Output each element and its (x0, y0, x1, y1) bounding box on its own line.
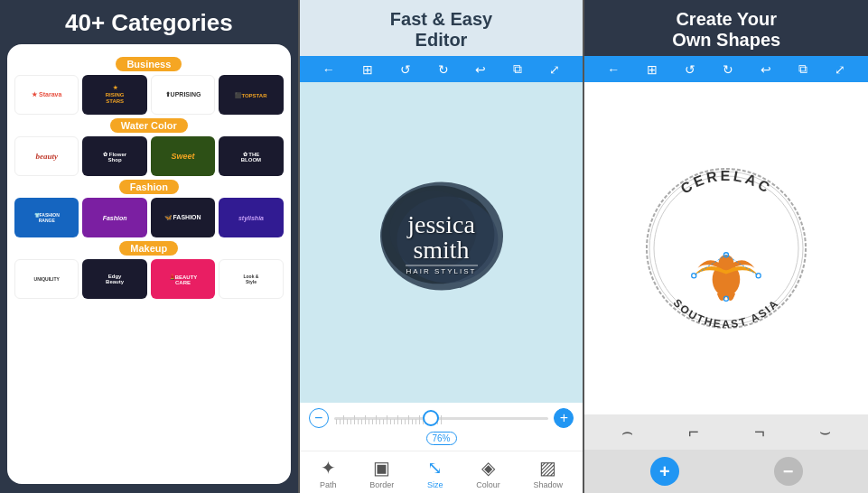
logo-fashion3[interactable]: 🦋FASHION (151, 198, 215, 237)
shapes-bottom: + − (584, 450, 868, 493)
tick (397, 415, 398, 424)
category-business[interactable]: Business (116, 57, 182, 71)
canvas-subtitle: HAIR STYLIST (406, 267, 478, 275)
add-shape-button[interactable]: + (650, 457, 679, 486)
left-title: 40+ Categories (65, 9, 233, 37)
logo-uprising[interactable]: ⬆UPRISING (151, 75, 215, 115)
tick (387, 415, 387, 424)
logo-starava[interactable]: ★ Starava (14, 75, 79, 115)
arc-tool-3[interactable]: ⌐ (754, 422, 765, 442)
right-layers-icon[interactable]: ⊞ (647, 62, 658, 77)
left-panel: 40+ Categories Business ★ Starava ★RISIN… (0, 0, 298, 493)
arc-tool-4[interactable]: ⌣ (819, 422, 831, 442)
logo-sweet[interactable]: Sweet (151, 136, 215, 176)
right-export-icon[interactable]: ⤢ (835, 62, 845, 77)
category-watercolor[interactable]: Water Color (110, 118, 188, 133)
svg-point-5 (649, 172, 803, 325)
watercolor-grid: beauty ✿ FlowerShop Sweet ✿ THEBLOOM (14, 136, 284, 176)
tick (343, 415, 344, 424)
logo-fashionrange[interactable]: 👕FASHIONRANGE (14, 198, 79, 237)
arc-tool-1[interactable]: ⌢ (621, 422, 633, 442)
colour-label: Colour (476, 480, 500, 489)
tick (365, 415, 366, 424)
tool-shadow[interactable]: ▨ Shadow (533, 457, 563, 489)
fashion-grid: 👕FASHIONRANGE Fashion 🦋FASHION stylishia (14, 198, 284, 237)
makeup-grid: UNIQUILITY EdgyBeauty 💄BEAUTYCARE Look &… (14, 259, 284, 299)
tick (383, 419, 384, 424)
right-back-icon[interactable]: ← (607, 62, 620, 77)
category-fashion[interactable]: Fashion (119, 180, 179, 194)
zoom-row: − (309, 408, 574, 428)
logo-uniquility[interactable]: UNIQUILITY (14, 259, 79, 299)
right-panel: Create YourOwn Shapes ← ⊞ ↺ ↻ ↩ ⧉ ⤢ CERE… (584, 0, 868, 493)
logo-stylishia[interactable]: stylishia (219, 198, 283, 237)
shadow-icon: ▨ (539, 457, 556, 479)
tool-path[interactable]: ✦ Path (320, 457, 337, 489)
zoom-track[interactable] (334, 417, 549, 420)
zoom-in-button[interactable]: + (554, 408, 574, 428)
canvas-text: jessica smith HAIR STYLIST (406, 212, 478, 275)
arc-tool-2[interactable]: ⌐ (688, 422, 699, 442)
logo-rising-stars[interactable]: ★RISINGSTARS (82, 75, 146, 115)
colour-icon: ◈ (481, 457, 495, 479)
remove-shape-button[interactable]: − (774, 457, 803, 486)
back-icon[interactable]: ← (322, 62, 335, 77)
border-icon: ▣ (373, 457, 390, 479)
name-line2: smith (406, 237, 478, 263)
tick (372, 419, 373, 424)
logo-beauty[interactable]: beauty (14, 136, 79, 176)
redo-icon[interactable]: ↩ (475, 62, 486, 77)
tick (336, 419, 337, 424)
tool-colour[interactable]: ◈ Colour (476, 457, 500, 489)
tool-size[interactable]: ⤡ Size (427, 457, 443, 489)
tick (441, 415, 442, 424)
tick (350, 419, 351, 424)
layers-icon[interactable]: ⊞ (362, 62, 373, 77)
tick (415, 419, 416, 424)
logo-flower-shop[interactable]: ✿ FlowerShop (82, 136, 146, 176)
zoom-thumb[interactable] (423, 410, 439, 426)
border-label: Border (369, 480, 394, 489)
tick (379, 419, 380, 424)
name-line1: jessica (406, 212, 478, 237)
logo-topstar[interactable]: ⬛TOPSTAR (219, 75, 283, 115)
zoom-out-button[interactable]: − (309, 408, 329, 428)
tick (376, 415, 377, 424)
tick (340, 419, 341, 424)
cerelac-logo-svg: CERELAC (636, 158, 817, 339)
right-redo-icon[interactable]: ↩ (761, 62, 771, 77)
phone-mockup: Business ★ Starava ★RISINGSTARS ⬆UPRISIN… (7, 44, 291, 484)
tick (405, 419, 406, 424)
shapes-toolbar: ⌢ ⌐ ⌐ ⌣ (584, 414, 868, 450)
right-copy-icon[interactable]: ⧉ (798, 61, 807, 77)
logo-edgy-beauty[interactable]: EdgyBeauty (82, 259, 146, 299)
logo-look-style[interactable]: Look &Style (219, 259, 283, 299)
right-redo-back-icon[interactable]: ↻ (723, 62, 733, 77)
middle-panel: Fast & EasyEditor ← ⊞ ↺ ↻ ↩ ⧉ ⤢ jessica … (298, 0, 585, 493)
zoom-percent: 76% (426, 432, 457, 445)
logo-beauty-care[interactable]: 💄BEAUTYCARE (151, 259, 215, 299)
tick (369, 419, 369, 424)
tick (358, 419, 359, 424)
right-toolbar: ← ⊞ ↺ ↻ ↩ ⧉ ⤢ (584, 56, 868, 82)
category-makeup[interactable]: Makeup (119, 241, 178, 256)
tick (390, 419, 391, 424)
redo-back-icon[interactable]: ↻ (438, 62, 449, 77)
logo-the-bloom[interactable]: ✿ THEBLOOM (219, 136, 283, 176)
tick (412, 419, 413, 424)
tool-border[interactable]: ▣ Border (369, 457, 394, 489)
zoom-bar-container: − (300, 403, 583, 451)
size-icon: ⤡ (427, 457, 443, 479)
path-icon: ✦ (321, 457, 336, 479)
path-label: Path (320, 480, 337, 489)
logo-fashion2[interactable]: Fashion (82, 198, 146, 237)
right-undo-icon[interactable]: ↺ (685, 62, 695, 77)
text-divider (406, 265, 478, 265)
undo-icon[interactable]: ↺ (400, 62, 411, 77)
copy-icon[interactable]: ⧉ (513, 61, 522, 77)
shadow-label: Shadow (533, 480, 563, 489)
tick (347, 419, 348, 424)
business-grid: ★ Starava ★RISINGSTARS ⬆UPRISING ⬛TOPSTA… (14, 75, 284, 115)
export-icon[interactable]: ⤢ (549, 62, 560, 77)
editor-toolbar: ← ⊞ ↺ ↻ ↩ ⧉ ⤢ (300, 56, 583, 82)
